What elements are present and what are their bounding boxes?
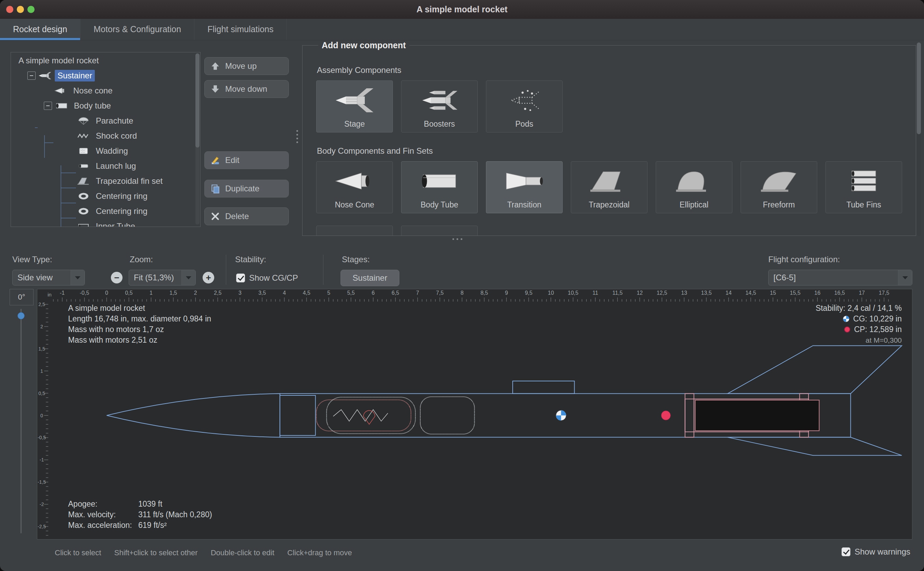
panel-collapse-handle-icon[interactable]: [453, 238, 462, 240]
chevron-down-icon: [898, 270, 912, 285]
component-tile-tube-fins[interactable]: Tube Fins: [825, 161, 902, 213]
rocket-info-line: Mass with motors 2,51 oz: [68, 335, 211, 346]
freeform-component-icon: [758, 162, 799, 200]
zoom-select[interactable]: Fit (51,3%): [129, 270, 196, 286]
zoom-out-button[interactable]: −: [111, 272, 123, 284]
tree-scrollbar[interactable]: [196, 53, 200, 225]
stage-component-icon: [334, 81, 375, 119]
svg-text:6,5: 6,5: [391, 290, 399, 296]
flight-configuration-label: Flight configuration:: [768, 255, 840, 264]
panel-scrollbar[interactable]: [917, 42, 921, 236]
status-hint: Click to select: [55, 548, 101, 557]
stage-toggle-sustainer[interactable]: Sustainer: [340, 270, 399, 286]
flight-stat-label: Max. velocity:: [68, 509, 138, 520]
move-down-button[interactable]: Move down: [204, 80, 289, 98]
svg-text:5,5: 5,5: [347, 290, 354, 296]
svg-text:4: 4: [283, 290, 286, 296]
component-tile-partial[interactable]: [401, 225, 478, 236]
splitter-handle-icon[interactable]: [296, 130, 298, 143]
component-tile-boosters[interactable]: Boosters: [401, 80, 478, 133]
tree-item-inner-tube-2[interactable]: Inner Tube: [11, 219, 196, 227]
arrow-up-icon: [210, 61, 220, 71]
rotation-slider-thumb[interactable]: [17, 312, 25, 319]
toolbar-separator: [323, 255, 323, 285]
tree-item-centering-ring[interactable]: Centering ring: [11, 188, 196, 204]
svg-text:4,5: 4,5: [303, 290, 310, 296]
component-tile-partial[interactable]: [316, 225, 393, 236]
component-tile-trapezoidal[interactable]: Trapezoidal: [571, 161, 647, 213]
component-tile-body-tube[interactable]: Body Tube: [401, 161, 478, 213]
svg-text:13: 13: [681, 290, 687, 296]
component-tile-freeform[interactable]: Freeform: [741, 161, 817, 213]
title-bar: A simple model rocket: [0, 0, 924, 19]
delete-button[interactable]: Delete: [204, 207, 289, 225]
main-tab-bar: Rocket design Motors & Configuration Fli…: [0, 19, 924, 40]
tree-item-body-tube[interactable]: Body tube: [11, 98, 196, 113]
component-tile-elliptical[interactable]: Elliptical: [656, 161, 732, 213]
edit-button[interactable]: Edit: [204, 151, 289, 169]
tree-scrollbar-thumb[interactable]: [196, 53, 200, 148]
component-tile-transition[interactable]: Transition: [486, 161, 563, 213]
zoom-in-button[interactable]: +: [203, 272, 214, 284]
svg-text:8: 8: [460, 290, 464, 296]
centeringring-icon: [77, 191, 90, 201]
show-warnings-label: Show warnings: [855, 547, 910, 557]
duplicate-button[interactable]: Duplicate: [204, 180, 289, 198]
show-cgcp-checkbox-row: Show CG/CP: [236, 273, 298, 283]
svg-text:1,5: 1,5: [169, 290, 177, 296]
tree-item-a-simple-model-rocket[interactable]: A simple model rocket: [11, 53, 196, 68]
svg-text:11,5: 11,5: [612, 290, 622, 296]
svg-text:3: 3: [239, 290, 242, 296]
tree-item-shock-cord[interactable]: Shock cord: [11, 128, 196, 144]
tree-item-centering-ring-2[interactable]: Centering ring: [11, 204, 196, 219]
wadding-icon: [77, 146, 90, 156]
shock-cord-shape: [326, 397, 416, 434]
fin-lower-shape: [728, 437, 902, 455]
tree-item-parachute[interactable]: Parachute: [11, 113, 196, 128]
tree-item-nose-cone[interactable]: Nose cone: [11, 83, 196, 98]
tree-item-launch-lug[interactable]: Launch lug: [11, 159, 196, 174]
tab-rocket-design[interactable]: Rocket design: [0, 19, 80, 40]
nosecone-icon: [54, 86, 68, 96]
svg-text:6: 6: [372, 290, 375, 296]
svg-text:8,5: 8,5: [480, 290, 488, 296]
rotation-slider[interactable]: [20, 309, 22, 533]
flight-stat-label: Apogee:: [68, 499, 138, 509]
cp-label: CP:: [854, 325, 867, 334]
show-cgcp-checkbox[interactable]: [236, 273, 245, 282]
component-row-1: StageBoostersPods: [316, 80, 902, 133]
flight-configuration-select[interactable]: [C6-5]: [768, 270, 912, 286]
shockcord-icon: [77, 131, 90, 141]
cp-value: 12,589 in: [869, 325, 902, 334]
app-window: A simple model rocket Rocket design Moto…: [0, 0, 924, 571]
component-tile-stage[interactable]: Stage: [316, 80, 393, 133]
rocket-info-line: A simple model rocket: [68, 303, 211, 313]
show-warnings-checkbox[interactable]: [841, 547, 850, 556]
svg-text:3,5: 3,5: [259, 290, 266, 296]
tree-expander-icon[interactable]: [28, 71, 35, 80]
svg-text:14,5: 14,5: [745, 290, 756, 296]
elliptical-component-icon: [673, 162, 715, 200]
tab-motors-configuration[interactable]: Motors & Configuration: [80, 19, 194, 40]
component-tile-pods[interactable]: Pods: [486, 80, 563, 133]
svg-text:0,5: 0,5: [38, 390, 45, 396]
rocket-canvas[interactable]: -1-0,500,511,522,533,544,555,566,577,588…: [37, 289, 912, 540]
cg-marker: [556, 411, 566, 421]
nosecone-component-icon: [334, 162, 375, 200]
move-up-button[interactable]: Move up: [204, 57, 289, 75]
tab-flight-simulations[interactable]: Flight simulations: [194, 19, 287, 40]
transition-component-icon: [504, 162, 545, 200]
view-type-select[interactable]: Side view: [12, 270, 85, 286]
svg-text:1,5: 1,5: [38, 346, 45, 352]
tree-item-trapezoidal-fin-set[interactable]: Trapezoidal fin set: [11, 174, 196, 188]
component-tile-nose-cone[interactable]: Nose Cone: [316, 161, 393, 213]
tree-item-wadding[interactable]: Wadding: [11, 144, 196, 159]
tree-expander-icon[interactable]: [44, 102, 52, 110]
cg-icon: [842, 315, 850, 323]
svg-text:16: 16: [815, 290, 821, 296]
status-hint: Double-click to edit: [211, 548, 274, 557]
panel-scrollbar-thumb[interactable]: [917, 42, 921, 134]
svg-text:-2,5: -2,5: [38, 524, 46, 529]
svg-text:-0,5: -0,5: [38, 435, 46, 440]
tree-item-sustainer[interactable]: Sustainer: [11, 68, 196, 83]
